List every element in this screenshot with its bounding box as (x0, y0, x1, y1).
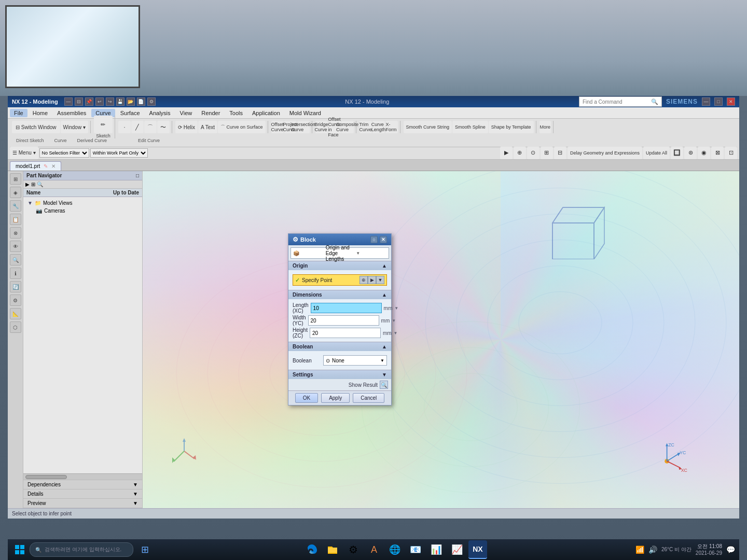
tab-close-icon[interactable]: ✕ (51, 163, 56, 169)
pnb-dependencies[interactable]: Dependencies ▼ (23, 480, 142, 489)
pnb-preview[interactable]: Preview ▼ (23, 499, 142, 508)
sidebar-btn-6[interactable]: 👁 (10, 241, 21, 252)
x-form-btn[interactable]: X-Form (385, 121, 398, 133)
window-minimize-btn[interactable]: — (702, 97, 710, 106)
sidebar-btn-8[interactable]: ℹ (10, 268, 21, 279)
toolbar-icon-8[interactable]: ◉ (698, 147, 710, 159)
nav-scrollbar[interactable] (23, 473, 142, 480)
window-close-btn[interactable]: ✕ (727, 97, 735, 106)
taskbar-app-3[interactable]: A (365, 540, 383, 559)
sidebar-btn-10[interactable]: ⚙ (10, 295, 21, 306)
delay-geom-btn[interactable]: Delay Geometry and Expressions (568, 147, 642, 159)
clock[interactable]: 오전 11:08 2021-06-29 (696, 543, 722, 556)
toolbar-icon-10[interactable]: ⊡ (725, 147, 737, 159)
taskbar-app-5[interactable]: 📧 (406, 540, 425, 559)
cancel-button[interactable]: Cancel (353, 393, 384, 403)
start-button[interactable] (12, 542, 27, 557)
origin-collapse-icon[interactable]: ▲ (382, 263, 387, 269)
network-icon[interactable]: 📶 (635, 545, 644, 554)
sp-btn-1[interactable]: ⊕ (359, 276, 368, 284)
curve-length-btn[interactable]: Curve Length (372, 121, 385, 133)
taskbar-app-settings[interactable]: ⚙ (344, 540, 363, 559)
taskbar-app-6[interactable]: 📊 (427, 540, 446, 559)
offset-curve-btn[interactable]: Offset Curve (271, 121, 284, 133)
curve-on-surface-btn[interactable]: ⌒ Curve on Surface (218, 121, 266, 133)
apply-button[interactable]: Apply (321, 393, 350, 403)
work-part-select[interactable]: Within Work Part Only (90, 148, 148, 158)
trim-curve-btn[interactable]: Trim Curve (359, 121, 372, 133)
dialog-minimize-btn[interactable]: ○ (370, 236, 378, 243)
task-view-btn[interactable]: ⊞ (135, 540, 154, 559)
smooth-spline-btn[interactable]: Smooth Spline (452, 121, 488, 133)
menu-view[interactable]: View (176, 109, 197, 117)
sidebar-btn-9[interactable]: 🔄 (10, 281, 21, 292)
tb-open[interactable]: 📂 (127, 97, 135, 106)
viewport-3d[interactable]: ZC YC XC ⚙ (143, 171, 739, 508)
menu-file[interactable]: File (10, 109, 27, 117)
tb-restore[interactable]: ⊟ (75, 97, 83, 106)
boolean-select[interactable]: ⊙ None ▼ (323, 355, 387, 366)
menu-home[interactable]: Home (29, 109, 52, 117)
length-input[interactable] (311, 303, 382, 313)
arc-btn[interactable]: ⌒ (144, 121, 157, 133)
tb-settings[interactable]: ⚙ (147, 97, 156, 106)
toolbar-icon-2[interactable]: ⊕ (514, 147, 526, 159)
sketch-btn[interactable]: ✏ (94, 116, 113, 133)
pnb-details[interactable]: Details ▼ (23, 489, 142, 499)
nav-scroll-area[interactable] (23, 338, 142, 474)
part-nav-expand-icon[interactable]: □ (136, 173, 139, 178)
more-btn[interactable]: More (540, 121, 551, 133)
notification-icon[interactable]: 💬 (726, 545, 735, 554)
menu-analysis[interactable]: Analysis (145, 109, 175, 117)
width-input[interactable] (308, 315, 379, 326)
show-result-icon[interactable]: 🔍 (380, 381, 388, 389)
command-search-input[interactable] (583, 99, 651, 105)
studio-spline-btn[interactable]: 〜 (157, 121, 170, 133)
sidebar-btn-4[interactable]: 📋 (10, 214, 21, 225)
toolbar-icon-5[interactable]: ⊟ (554, 147, 566, 159)
sidebar-btn-5[interactable]: ⊗ (10, 227, 21, 239)
taskbar-app-4[interactable]: 🌐 (385, 540, 404, 559)
sidebar-btn-11[interactable]: 📐 (10, 308, 21, 319)
composite-curve-btn[interactable]: Composite Curve (341, 121, 354, 133)
dimensions-collapse-icon[interactable]: ▲ (382, 292, 387, 298)
settings-expand-icon[interactable]: ▼ (382, 372, 387, 377)
taskbar-app-7[interactable]: 📈 (448, 540, 466, 559)
toolbar-icon-4[interactable]: ⊞ (541, 147, 553, 159)
sidebar-btn-7[interactable]: 🔍 (10, 254, 21, 265)
tb-new[interactable]: 📄 (137, 97, 145, 106)
sp-btn-2[interactable]: ▶ (368, 276, 376, 284)
taskbar-search[interactable]: 🔍 검색하려면 여기에 입력하십시오. (30, 542, 133, 557)
ok-button[interactable]: OK (295, 393, 318, 403)
type-dropdown[interactable]: 📦 Origin and Edge Lengths ▼ (290, 247, 389, 259)
point-btn[interactable]: · (118, 121, 131, 133)
menu-surface[interactable]: Surface (116, 109, 144, 117)
switch-window-btn[interactable]: ⊟ Switch Window (12, 121, 60, 133)
scrollbar-thumb[interactable] (25, 475, 67, 479)
menu-tools[interactable]: Tools (225, 109, 247, 117)
tb-minimize[interactable]: — (64, 97, 73, 106)
menu-dropdown-btn[interactable]: ☰ Menu ▾ (10, 147, 38, 159)
sidebar-btn-3[interactable]: 🔧 (10, 200, 21, 212)
specify-point-row[interactable]: ✓ Specify Point ⊕ ▶ ▼ (293, 274, 387, 286)
text-btn[interactable]: A Text (198, 121, 217, 133)
boolean-collapse-icon[interactable]: ▲ (382, 344, 387, 349)
sidebar-btn-12[interactable]: ⬡ (10, 321, 21, 333)
taskbar-app-explorer[interactable] (323, 540, 342, 559)
sidebar-btn-2[interactable]: ◈ (10, 187, 21, 198)
sidebar-btn-1[interactable]: ⊞ (10, 173, 21, 185)
menu-mold-wizard[interactable]: Mold Wizard (285, 109, 325, 117)
tree-model-views[interactable]: ▼ 📁 Model Views (25, 199, 140, 207)
smooth-string-btn[interactable]: Smooth Curve String (404, 121, 452, 133)
shape-by-template-btn[interactable]: Shape by Template (489, 121, 534, 133)
active-tab[interactable]: model1.prt ✎ ✕ (10, 161, 61, 171)
intersection-curve-btn[interactable]: Intersection Curve (297, 121, 310, 133)
toolbar-icon-3[interactable]: ⊙ (527, 147, 540, 159)
taskbar-app-edge[interactable] (302, 540, 321, 559)
line-btn[interactable]: ╱ (131, 121, 144, 133)
toolbar-icon-9[interactable]: ⊠ (711, 147, 724, 159)
window-menu-btn[interactable]: Window ▾ (61, 121, 88, 133)
bridge-curve-btn[interactable]: Bridge Curve (315, 121, 328, 133)
volume-icon[interactable]: 🔊 (648, 545, 657, 554)
tb-save[interactable]: 💾 (116, 97, 125, 106)
